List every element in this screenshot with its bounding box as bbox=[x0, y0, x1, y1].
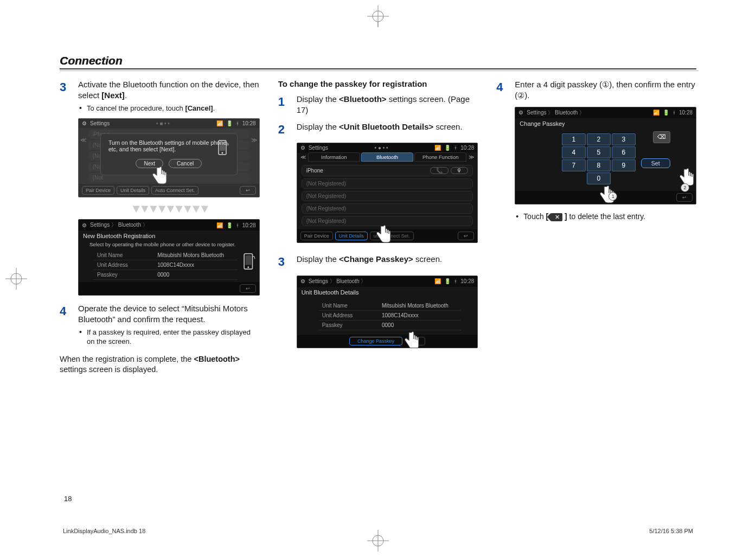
step-3b: 3 Display the <Change Passkey> screen. bbox=[278, 254, 478, 270]
phone-icon bbox=[217, 140, 229, 156]
phone-icon bbox=[243, 253, 256, 271]
phone-audio-icon[interactable]: 📞 bbox=[430, 167, 449, 174]
tab-bluetooth[interactable]: Bluetooth bbox=[361, 152, 413, 162]
step-text-end: screen. bbox=[433, 122, 462, 131]
step-4b: 4 Enter a 4 digit passkey (①), then conf… bbox=[496, 79, 696, 101]
modal-text-line2: etc, and then select [Next]. bbox=[108, 146, 229, 152]
breadcrumb: Settings 〉 Bluetooth 〉 bbox=[527, 109, 585, 117]
tab-auto-connect[interactable]: uto Connect Set. bbox=[370, 232, 414, 240]
device-row[interactable]: iPhone 📞🎙 bbox=[302, 165, 473, 176]
bluetooth-icon: ᚼ bbox=[672, 110, 676, 116]
device-row[interactable]: (Not Registered) bbox=[302, 216, 473, 226]
tab-unit-details[interactable]: Unit Details bbox=[335, 232, 368, 240]
step-4: 4 Operate the device to select “Mitsubis… bbox=[60, 303, 260, 347]
keypad-0[interactable]: 0 bbox=[587, 172, 611, 184]
tab-pair-device[interactable]: Pair Device bbox=[82, 186, 114, 195]
keypad-7[interactable]: 7 bbox=[562, 159, 586, 171]
tab-auto-connect[interactable]: Auto Connect Set. bbox=[151, 186, 198, 195]
battery-icon: 🔋 bbox=[226, 222, 233, 228]
keypad-4[interactable]: 4 bbox=[562, 146, 586, 158]
step-number: 3 bbox=[60, 79, 72, 113]
mic-icon[interactable]: 🎙 bbox=[451, 167, 468, 174]
bullet-dot: • bbox=[516, 212, 519, 221]
step-key: [Next] bbox=[101, 91, 125, 100]
marker-1: 1 bbox=[608, 192, 617, 201]
device-row[interactable]: (Not Registered) bbox=[302, 191, 473, 201]
next-button[interactable]: Next bbox=[136, 159, 163, 168]
circled-2: ② bbox=[517, 91, 524, 100]
gear-icon bbox=[300, 145, 305, 151]
svg-rect-11 bbox=[220, 142, 225, 151]
bullet-dot: • bbox=[79, 328, 82, 347]
change-passkey-button[interactable]: Change Passkey bbox=[349, 337, 402, 345]
step-number: 4 bbox=[496, 79, 508, 101]
back-button[interactable]: ↩ bbox=[409, 337, 425, 345]
back-button[interactable]: ↩ bbox=[240, 186, 256, 195]
keypad-6[interactable]: 6 bbox=[612, 146, 636, 158]
step-key: <Bluetooth> bbox=[339, 94, 387, 104]
tab-scroll-left[interactable]: ≪ bbox=[299, 154, 307, 160]
backspace-chip-icon: ✕ bbox=[550, 213, 562, 221]
tab-phone-function[interactable]: Phone Function bbox=[414, 152, 466, 162]
screenshot-change-passkey: Settings 〉 Bluetooth 〉 📶🔋ᚼ10:28 Change P… bbox=[515, 107, 696, 204]
set-button[interactable]: Set bbox=[641, 158, 670, 168]
note-text-end: settings screen is displayed. bbox=[60, 365, 158, 374]
step-number: 2 bbox=[278, 121, 290, 138]
clock: 10:28 bbox=[242, 222, 256, 228]
keypad-9[interactable]: 9 bbox=[612, 159, 636, 171]
back-button[interactable]: ↩ bbox=[458, 232, 474, 240]
signal-icon: 📶 bbox=[216, 222, 223, 228]
backspace-button[interactable]: ⌫ bbox=[653, 131, 670, 143]
value-passkey: 0000 bbox=[154, 270, 238, 280]
signal-icon: 📶 bbox=[216, 120, 223, 126]
screenshot-settings-bluetooth: Settings • ● • • 📶🔋ᚼ10:28 ≪ Information … bbox=[297, 143, 478, 243]
gear-icon bbox=[518, 110, 523, 116]
device-row[interactable]: (Not Registered) bbox=[302, 178, 473, 189]
cancel-button[interactable]: Cancel bbox=[169, 159, 202, 168]
subheading: To change the passkey for registration bbox=[278, 79, 478, 88]
crop-mark-bottom bbox=[367, 530, 389, 552]
breadcrumb: Settings 〉 Bluetooth 〉 bbox=[309, 278, 367, 285]
gear-icon bbox=[82, 222, 87, 228]
bullet-text: ] bbox=[562, 212, 567, 221]
screenshot-bluetooth-prompt: Settings • ■ • • 📶🔋ᚼ10:28 ≪ iPhone (Not … bbox=[78, 118, 260, 197]
signal-icon: 📶 bbox=[653, 110, 659, 116]
keypad-3[interactable]: 3 bbox=[612, 133, 636, 145]
gear-icon bbox=[300, 278, 305, 284]
value-unit-name: Mitsubishi Motors Bluetooth bbox=[379, 301, 461, 311]
value-unit-address: 1008C14Dxxxx bbox=[379, 310, 461, 320]
tab-information[interactable]: Information bbox=[308, 152, 360, 162]
screen-title: Unit Bluetooth Details bbox=[297, 287, 478, 297]
tab-scroll-right[interactable]: ≫ bbox=[467, 154, 475, 160]
label-unit-name: Unit Name bbox=[319, 301, 379, 311]
step-3: 3 Activate the Bluetooth function on the… bbox=[60, 79, 260, 113]
back-button[interactable]: ↩ bbox=[240, 284, 256, 293]
device-row[interactable]: (Not Registered) bbox=[302, 203, 473, 214]
keypad-8[interactable]: 8 bbox=[587, 159, 611, 171]
bullet-text: To cancel the procedure, touch bbox=[87, 104, 185, 112]
bullet-text: Touch bbox=[523, 212, 546, 221]
bluetooth-icon: ᚼ bbox=[236, 222, 239, 228]
keypad-5[interactable]: 5 bbox=[587, 146, 611, 158]
print-slug-right: 5/12/16 5:38 PM bbox=[649, 528, 693, 534]
step-text: Enter a 4 digit passkey ( bbox=[515, 80, 602, 89]
bullet-dot: • bbox=[79, 104, 82, 113]
back-button[interactable]: ↩ bbox=[676, 193, 693, 202]
tab-unit-details[interactable]: Unit Details bbox=[117, 186, 149, 195]
tab-pair-device[interactable]: Pair Device bbox=[300, 232, 333, 240]
step-2: 2 Display the <Unit Bluetooth Details> s… bbox=[278, 121, 478, 138]
keypad-2[interactable]: 2 bbox=[587, 133, 611, 145]
note-text: When the registration is complete, the bbox=[60, 355, 194, 363]
circled-1: ① bbox=[602, 80, 609, 89]
note-key: <Bluetooth> bbox=[194, 355, 240, 363]
clock: 10:28 bbox=[679, 110, 693, 116]
keypad-1[interactable]: 1 bbox=[562, 133, 586, 145]
value-passkey: 0000 bbox=[379, 320, 461, 330]
clock: 10:28 bbox=[460, 278, 474, 284]
modal-text-line1: Turn on the Bluetooth settings of mobile… bbox=[108, 139, 229, 146]
svg-point-15 bbox=[247, 266, 249, 268]
screenshot-new-registration: Settings 〉 Bluetooth 〉 📶🔋ᚼ10:28 New Blue… bbox=[78, 219, 260, 296]
bullet-key: [Cancel] bbox=[185, 104, 213, 112]
battery-icon: 🔋 bbox=[663, 110, 669, 116]
column-3: 4 Enter a 4 digit passkey (①), then conf… bbox=[496, 79, 696, 375]
